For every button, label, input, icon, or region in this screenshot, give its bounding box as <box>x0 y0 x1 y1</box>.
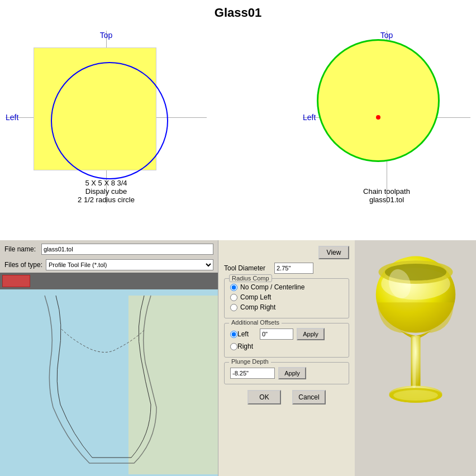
top-section: Glass01 Top Left 5 X 5 X 8 3/4 Dispaly c… <box>0 0 476 240</box>
page-title: Glass01 <box>0 0 476 20</box>
view-button[interactable]: View <box>318 246 349 259</box>
viewport-right: Top Left Chain toolpath glass01.tol <box>303 31 470 204</box>
tool-diameter-input[interactable] <box>274 263 313 274</box>
left-panel: File name: Files of type: Profile Tool F… <box>0 240 218 476</box>
file-name-bar: File name: <box>0 240 218 258</box>
tool-diameter-row: Tool Diameter <box>224 263 349 274</box>
green-circle <box>317 39 440 162</box>
no-comp-row: No Comp / Centerline <box>230 283 343 291</box>
files-of-type-bar: Files of type: Profile Tool File (*.tol) <box>0 258 218 273</box>
blue-circle <box>51 62 168 179</box>
plunge-depth-group: Plunge Depth Apply <box>224 362 349 384</box>
plunge-depth-input[interactable] <box>230 368 275 379</box>
viewport-left: Top Left 5 X 5 X 8 3/4 Dispaly cube 2 1/… <box>6 31 207 204</box>
files-of-type-select[interactable]: Profile Tool File (*.tol) <box>46 259 213 270</box>
comp-left-label: Comp Left <box>240 293 271 301</box>
comp-right-radio[interactable] <box>230 304 237 311</box>
comp-right-label: Comp Right <box>240 303 275 311</box>
apply-plunge-button[interactable]: Apply <box>278 367 306 379</box>
cam-profile-svg <box>0 289 218 476</box>
glass-3d-svg <box>363 252 469 464</box>
file-name-label: File name: <box>4 245 38 253</box>
radius-comp-group: Radius Comp No Comp / Centerline Comp Le… <box>224 278 349 318</box>
comp-left-row: Comp Left <box>230 293 343 301</box>
viewport-right-left-label: Left <box>303 113 316 122</box>
offset-right-row: Right <box>230 342 343 350</box>
right-viewport-desc: Chain toolpath glass01.tol <box>363 187 410 204</box>
left-viewport-desc: 5 X 5 X 8 3/4 Dispaly cube 2 1/2 radius … <box>78 179 135 204</box>
no-comp-label: No Comp / Centerline <box>240 283 304 291</box>
viewport-left-left-label: Left <box>6 113 18 122</box>
plunge-depth-legend: Plunge Depth <box>229 358 271 365</box>
yellow-square <box>34 47 156 170</box>
toolbar-red-button[interactable] <box>2 275 30 287</box>
offset-right-radio[interactable] <box>230 343 237 350</box>
no-comp-radio[interactable] <box>230 284 237 291</box>
comp-left-radio[interactable] <box>230 294 237 301</box>
glass-3d-panel <box>355 240 476 476</box>
cam-area <box>0 289 218 476</box>
comp-right-row: Comp Right <box>230 303 343 311</box>
svg-rect-0 <box>128 296 218 474</box>
svg-rect-9 <box>412 337 416 388</box>
offset-left-radio[interactable] <box>230 331 237 338</box>
files-of-type-label: Files of type: <box>4 261 42 269</box>
plunge-row: Apply <box>230 367 343 379</box>
bottom-buttons: OK Cancel <box>224 390 349 404</box>
additional-offsets-group: Additional Offsets Left Apply Right <box>224 323 349 358</box>
offset-left-row: Left Apply <box>230 328 343 340</box>
tool-diameter-label: Tool Diameter <box>224 264 274 272</box>
additional-offsets-legend: Additional Offsets <box>229 319 282 326</box>
red-dot <box>376 115 380 120</box>
offset-right-label: Right <box>237 342 260 350</box>
offset-left-label: Left <box>237 330 260 338</box>
bottom-section: File name: Files of type: Profile Tool F… <box>0 240 476 476</box>
radius-comp-legend: Radius Comp <box>229 274 272 282</box>
viewport-right-top-label: Top <box>380 31 393 40</box>
viewport-left-top-label: Top <box>100 31 113 40</box>
apply-offset-button[interactable]: Apply <box>297 328 325 340</box>
cancel-button[interactable]: Cancel <box>292 390 326 404</box>
offset-value-input[interactable] <box>260 329 293 340</box>
svg-point-8 <box>393 390 438 401</box>
ok-button[interactable]: OK <box>247 390 281 404</box>
file-name-input[interactable] <box>41 244 213 255</box>
toolbar-strip <box>0 273 218 289</box>
right-settings-panel: View Tool Diameter Radius Comp No Comp /… <box>218 240 355 476</box>
